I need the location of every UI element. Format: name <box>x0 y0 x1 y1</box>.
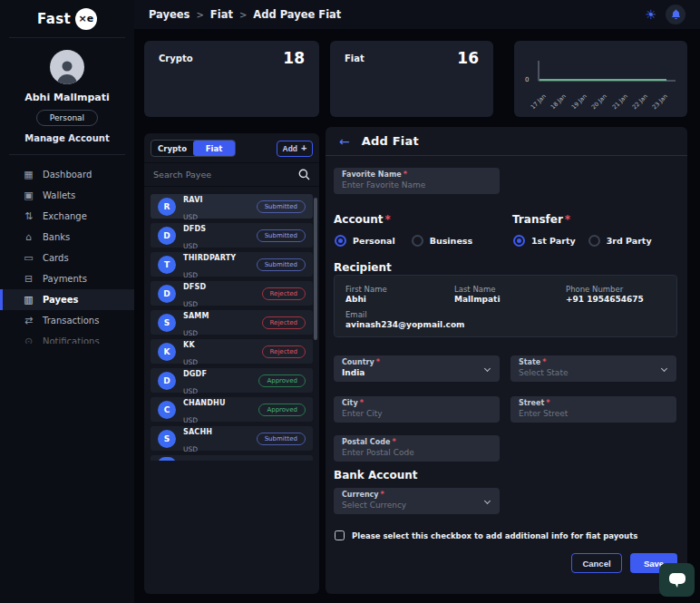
account-label: Account <box>334 213 384 226</box>
recipient-first-name: First Name Abhi <box>345 285 387 305</box>
chart-x-tick: 21 Jan <box>610 92 628 111</box>
state-select[interactable]: State* Select State <box>510 355 676 382</box>
chart-x-tick: 17 Jan <box>530 92 548 111</box>
payee-row-thirdparty[interactable]: T THIRDPARTY USD Submitted <box>151 252 313 277</box>
payee-list: R RAVI USD Submitted D DFDS USD Submitte… <box>144 187 319 461</box>
payee-row-chandhu[interactable]: C CHANDHU USD Approved <box>151 397 313 422</box>
chart-x-tick: 20 Jan <box>590 92 608 111</box>
payee-name: CHANDHU <box>183 399 226 407</box>
status-badge: Submitted <box>257 200 306 213</box>
payee-avatar: D <box>158 372 176 390</box>
topbar: Payees > Fiat > Add Payee Fiat ☀ <box>134 0 700 29</box>
first-name-label: First Name <box>345 285 387 295</box>
breadcrumb-add-payee-fiat: Add Payee Fiat <box>253 8 341 21</box>
logo-text: Fast <box>37 11 71 27</box>
payee-row-dgdf[interactable]: D DGDF USD Approved <box>151 368 313 393</box>
payee-row-partial[interactable] <box>151 455 313 461</box>
exchange-icon: ⇅ <box>23 210 34 222</box>
postal-code-placeholder: Enter Postal Code <box>342 449 491 458</box>
payee-row-ravi[interactable]: R RAVI USD Submitted <box>151 194 313 219</box>
city-field[interactable]: City* Enter City <box>334 396 500 423</box>
manage-account-link[interactable]: Manage Account <box>9 133 125 143</box>
radio-personal[interactable]: Personal <box>335 235 395 247</box>
status-badge: Submitted <box>257 433 306 445</box>
sidebar-item-notifications[interactable]: ⊙ Notifications <box>0 331 134 344</box>
bank-account-section-title: Bank Account <box>334 469 418 481</box>
payee-avatar: S <box>158 430 176 448</box>
favorite-name-label: Favorite Name <box>342 170 402 179</box>
recipient-phone: Phone Number +91 1954654675 <box>566 285 644 305</box>
fiat-card-label: Fiat <box>345 53 365 63</box>
chat-widget-button[interactable] <box>659 563 695 597</box>
payee-avatar: S <box>158 314 176 332</box>
recipient-last-name: Last Name Mallmpati <box>454 285 500 305</box>
sidebar-item-payments[interactable]: ⊟ Payments <box>0 268 134 289</box>
status-badge: Approved <box>258 374 306 387</box>
radio-selected-icon <box>513 235 525 247</box>
payee-name: KK <box>183 341 195 349</box>
payee-row-dfds[interactable]: D DFDS USD Submitted <box>151 223 313 248</box>
sidebar-item-exchange[interactable]: ⇅ Exchange <box>0 206 134 227</box>
sidebar-item-wallets[interactable]: ▣ Wallets <box>0 185 134 206</box>
transfer-label: Transfer <box>512 213 563 226</box>
sidebar-item-payees[interactable]: ▥ Payees <box>0 289 134 310</box>
tab-fiat[interactable]: Fiat <box>193 141 235 156</box>
sidebar-item-cards[interactable]: ▭ Cards <box>0 248 134 268</box>
chart-x-labels: 17 Jan18 Jan19 Jan20 Jan21 Jan22 Jan23 J… <box>514 84 687 115</box>
radio-3rd-party[interactable]: 3rd Party <box>588 235 652 247</box>
add-payee-button[interactable]: Add + <box>277 141 313 157</box>
breadcrumb-fiat[interactable]: Fiat <box>210 8 233 21</box>
favorite-name-field[interactable]: Favorite Name* Enter Favorite Name <box>334 168 500 194</box>
form-title: Add Fiat <box>362 134 419 148</box>
payee-row-sachh[interactable]: S SACHH USD Submitted <box>151 426 313 451</box>
theme-toggle-sun-icon[interactable]: ☀ <box>645 8 656 21</box>
radio-selected-icon <box>335 235 346 247</box>
sidebar-nav: ▦ Dashboard ▣ Wallets ⇅ Exchange ⌂ Banks… <box>0 164 134 344</box>
status-badge: Rejected <box>262 287 306 300</box>
payee-list-scrollbar[interactable] <box>314 198 317 340</box>
payees-panel: Crypto Fiat Add + R RAVI USD Submitted D… <box>144 133 319 594</box>
tab-crypto[interactable]: Crypto <box>151 141 193 156</box>
radio-business[interactable]: Business <box>412 235 472 247</box>
chart-x-tick: 23 Jan <box>651 92 669 111</box>
sidebar-item-transactions[interactable]: ⇄ Transactions <box>0 310 134 331</box>
profile-section: Abhi Mallmpati Personal Manage Account <box>9 38 125 155</box>
country-select[interactable]: Country* India <box>334 355 500 382</box>
search-input[interactable] <box>153 170 298 180</box>
radio-1st-party[interactable]: 1st Party <box>513 235 576 247</box>
postal-code-field[interactable]: Postal Code* Enter Postal Code <box>334 435 500 462</box>
postal-code-label: Postal Code <box>342 438 390 446</box>
required-asterisk: * <box>403 170 407 179</box>
additional-info-row: Please select this checkbox to add addit… <box>335 530 637 540</box>
last-name-value: Mallmpati <box>454 295 500 305</box>
crypto-count-card: Crypto 18 <box>144 41 319 117</box>
wallet-icon: ▣ <box>23 190 34 201</box>
radio-3rd-party-label: 3rd Party <box>607 236 652 246</box>
currency-select[interactable]: Currency* Select Currency <box>334 488 500 514</box>
back-arrow-icon[interactable]: ← <box>339 135 350 148</box>
breadcrumb-payees[interactable]: Payees <box>149 8 190 21</box>
currency-label: Currency <box>342 491 379 499</box>
crypto-card-label: Crypto <box>159 53 193 63</box>
sidebar-item-label: Banks <box>43 232 70 242</box>
avatar <box>50 50 84 84</box>
bell-icon <box>671 9 681 20</box>
payee-row-samm[interactable]: S SAMM USD Rejected <box>151 310 313 335</box>
currency-placeholder: Select Currency <box>342 501 491 511</box>
payee-avatar: K <box>158 343 176 361</box>
payee-type-tabs-row: Crypto Fiat Add + <box>151 140 313 157</box>
sidebar-item-banks[interactable]: ⌂ Banks <box>0 227 134 248</box>
sidebar-item-dashboard[interactable]: ▦ Dashboard <box>0 164 134 185</box>
street-field[interactable]: Street* Enter Street <box>510 396 676 423</box>
cancel-button[interactable]: Cancel <box>571 553 622 573</box>
fiat-card-value: 16 <box>457 49 479 67</box>
required-asterisk: * <box>360 399 364 407</box>
notification-bell-button[interactable] <box>666 5 685 24</box>
phone-label: Phone Number <box>566 285 644 295</box>
additional-info-checkbox[interactable] <box>335 530 345 540</box>
account-type-badge: Personal <box>36 110 98 126</box>
chart-x-tick: 22 Jan <box>631 92 649 111</box>
payee-row-dfsd[interactable]: D DFSD USD Rejected <box>151 281 313 306</box>
plus-icon: + <box>301 143 306 153</box>
payee-row-kk[interactable]: K KK USD Rejected <box>151 339 313 364</box>
